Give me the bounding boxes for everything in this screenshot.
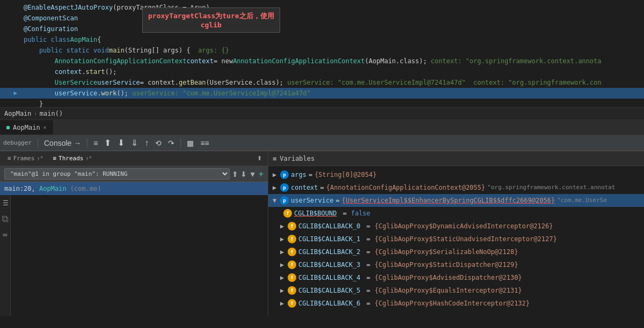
variables-list: ▶ p args = {String[0]@2054} ▶ p context … (268, 166, 644, 316)
thread-filter-button[interactable]: ▼ (249, 169, 257, 179)
left-panel-header: ≡ Frames ↑* ≡ Threads ↑* ⬆ (0, 151, 268, 166)
breadcrumb-method[interactable]: main() (40, 110, 63, 117)
variables-label: Variables (280, 155, 314, 162)
var-name-callback-3: CGLIB$CALLBACK_3 (298, 259, 361, 270)
code-line-3: @Configuration (0, 24, 644, 34)
var-name-callback-5: CGLIB$CALLBACK_5 (298, 285, 361, 296)
var-row-callback-2[interactable]: ▶ f CGLIB$CALLBACK_2 = {CglibAopProxy$Se… (268, 245, 644, 258)
export-button[interactable]: ⬆ (255, 154, 264, 162)
code-line-1: @EnableAspectJAutoProxy(proxyTargetClass… (0, 2, 644, 13)
var-expand-callback-1[interactable]: ▶ (280, 234, 288, 244)
code-line-5: public static void main(String[] args) {… (0, 45, 644, 56)
var-row-cglib-bound[interactable]: f CGLIB$BOUND = false (268, 207, 644, 220)
var-expand-callback-2[interactable]: ▶ (280, 247, 288, 257)
var-row-callback-5[interactable]: ▶ f CGLIB$CALLBACK_5 = {CglibAopProxy$Eq… (268, 284, 644, 297)
var-name-context: context (291, 182, 318, 193)
breadcrumb-class[interactable]: AopMain (4, 110, 32, 117)
console-button[interactable]: Console → (42, 138, 83, 148)
var-value-callback-5: {CglibAopProxy$EqualsInterceptor@2131} (375, 285, 522, 296)
var-expand-callback-0[interactable]: ▶ (280, 221, 288, 232)
var-row-callback-4[interactable]: ▶ f CGLIB$CALLBACK_4 = {CglibAopProxy$Ad… (268, 271, 644, 284)
frame-package: (com.me) (67, 185, 101, 192)
right-panel: ≡ Variables ▶ p args = {String[0]@2054} … (268, 151, 644, 316)
var-row-callback-0[interactable]: ▶ f CGLIB$CALLBACK_0 = {CglibAopProxy$Dy… (268, 220, 644, 233)
threads-tab[interactable]: ≡ Threads ↑* (49, 154, 95, 163)
code-line-10: } (0, 99, 644, 107)
infinite-side-btn[interactable]: ∞ (0, 229, 11, 241)
var-value-callback-6: {CglibAopProxy$HashCodeInterceptor@2132} (375, 298, 530, 309)
var-name-args: args (291, 169, 306, 180)
thread-nav-actions: ⬆ ⬇ ▼ + (232, 169, 264, 179)
threads-label: Threads (58, 155, 83, 162)
step-into-button[interactable]: ⬇ (115, 137, 127, 149)
evaluate-button[interactable]: ↷ (166, 138, 177, 148)
var-icon-callback-3: f (288, 260, 296, 269)
var-icon-callback-4: f (288, 273, 296, 282)
var-value-cglib-bound: false (351, 208, 370, 219)
editor-tab-aopmain[interactable]: ■ AopMain ✕ (0, 120, 54, 135)
var-icon-callback-1: f (288, 235, 296, 243)
var-extra-userservice: "com.me.UserSe (557, 195, 607, 206)
var-expand-callback-6[interactable]: ▶ (280, 298, 288, 309)
tab-close-icon[interactable]: ✕ (43, 124, 47, 130)
var-expand-callback-3[interactable]: ▶ (280, 259, 288, 270)
debug-main: ≡ Frames ↑* ≡ Threads ↑* ⬆ "main"@1 in g… (0, 151, 644, 316)
var-value-args: {String[0]@2054} (314, 169, 377, 180)
var-name-callback-4: CGLIB$CALLBACK_4 (298, 272, 361, 283)
thread-add-button[interactable]: + (259, 169, 264, 179)
var-icon-callback-0: f (288, 222, 296, 230)
left-panel-body: ☰ ⿻ ∞ (0, 195, 268, 316)
variables-title: ≡ Variables (273, 155, 314, 162)
var-icon-callback-6: f (288, 299, 296, 308)
rerun-button[interactable]: ≡ (91, 138, 100, 148)
thread-up-button[interactable]: ⬆ (232, 169, 238, 179)
settings-button[interactable]: ▦ (185, 138, 196, 148)
var-value-context: {AnnotationConfigApplicationContext@2055… (326, 182, 485, 193)
thread-dropdown[interactable]: "main"@1 in group "main": RUNNING (4, 168, 230, 180)
force-step-into[interactable]: ⇓ (129, 137, 140, 149)
var-row-userservice[interactable]: ▼ p userService = {UserServiceImpl$$Enha… (268, 194, 644, 207)
var-row-callback-1[interactable]: ▶ f CGLIB$CALLBACK_1 = {CglibAopProxy$St… (268, 233, 644, 245)
filter-side-btn[interactable]: ☰ (0, 197, 11, 209)
tab-file-icon: ■ (6, 124, 10, 130)
var-value-callback-0: {CglibAopProxy$DynamicAdvisedInterceptor… (375, 221, 553, 232)
var-expand-callback-5[interactable]: ▶ (280, 285, 288, 296)
debugger-label: debugger (3, 139, 32, 146)
frames-tab[interactable]: ≡ Frames ↑* (4, 154, 46, 163)
var-expand-userservice[interactable]: ▼ (273, 195, 280, 206)
var-extra-context: "org.springframework.context.annotat (487, 182, 615, 193)
var-icon-cglib-bound: f (283, 209, 292, 218)
var-row-callback-6[interactable]: ▶ f CGLIB$CALLBACK_6 = {CglibAopProxy$Ha… (268, 297, 644, 310)
var-icon-userservice: p (280, 196, 289, 205)
thread-down-button[interactable]: ⬇ (240, 169, 247, 179)
step-over-button[interactable]: ⬆ (102, 137, 113, 149)
var-row-args[interactable]: ▶ p args = {String[0]@2054} (268, 168, 644, 181)
var-expand-args[interactable]: ▶ (273, 169, 280, 180)
stack-frame-row[interactable]: main:20, AopMain (com.me) (0, 182, 268, 195)
tab-bar: ■ AopMain ✕ (0, 120, 644, 135)
tooltip-line1: proxyTargetClass为ture之后，使用 (148, 11, 274, 21)
side-action-buttons: ☰ ⿻ ∞ (0, 195, 11, 316)
var-row-context[interactable]: ▶ p context = {AnnotationConfigApplicati… (268, 181, 644, 194)
frames-label: Frames (13, 155, 35, 162)
variables-icon: ≡ (273, 155, 276, 162)
var-expand-context[interactable]: ▶ (273, 182, 280, 193)
var-expand-callback-4[interactable]: ▶ (280, 272, 288, 283)
step-out-button[interactable]: ↑ (142, 137, 151, 149)
thread-selector: "main"@1 in group "main": RUNNING ⬆ ⬇ ▼ … (0, 166, 268, 182)
var-name-cglib-bound: CGLIB$BOUND (294, 208, 336, 219)
tooltip-line2: cglib (148, 21, 274, 29)
var-icon-args: p (280, 170, 289, 179)
var-value-callback-3: {CglibAopProxy$StaticDispatcher@2129} (375, 259, 518, 270)
code-line-8: UserService userService = context.getBea… (0, 77, 644, 88)
var-row-callback-3[interactable]: ▶ f CGLIB$CALLBACK_3 = {CglibAopProxy$St… (268, 258, 644, 271)
left-panel: ≡ Frames ↑* ≡ Threads ↑* ⬆ "main"@1 in g… (0, 151, 268, 316)
code-line-2: @ComponentScan (0, 13, 644, 24)
left-panel-actions: ⬆ (255, 154, 264, 162)
copy-side-btn[interactable]: ⿻ (0, 213, 11, 225)
var-value-userservice: {UserServiceImpl$$EnhancerBySpringCGLIB$… (342, 195, 555, 206)
breadcrumb: AopMain › main() (0, 107, 644, 120)
run-to-cursor[interactable]: ⟲ (153, 138, 164, 148)
var-name-callback-1: CGLIB$CALLBACK_1 (298, 234, 361, 244)
layout-button[interactable]: ≡≡ (198, 138, 211, 148)
